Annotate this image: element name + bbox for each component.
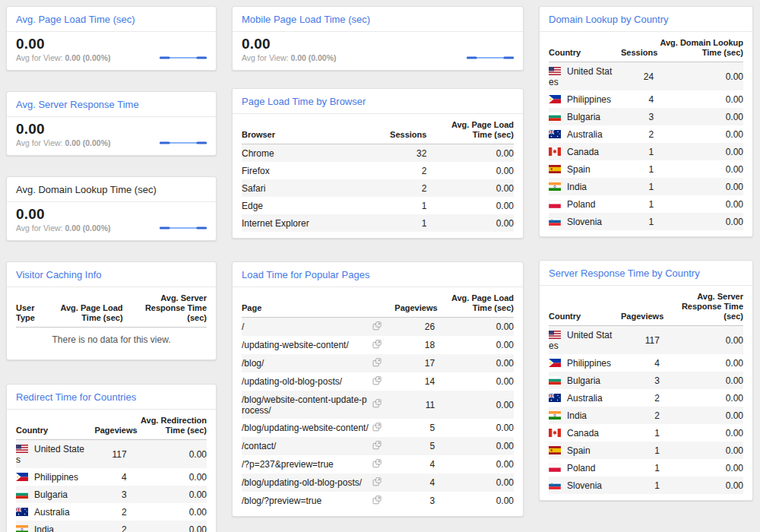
country-cell: India: [549, 407, 615, 424]
redirect-countries-table: CountryPageviewsAvg. Redirection Time (s…: [16, 411, 207, 532]
open-page-icon[interactable]: [372, 423, 382, 432]
table-header-row: PagePageviewsAvg. Page Load Time (sec): [242, 289, 514, 318]
open-page-icon[interactable]: [372, 399, 382, 408]
metric-comparison: Avg for View: 0.00 (0.00%): [16, 138, 111, 148]
page-cell: /blog/?preview=true: [242, 492, 369, 510]
external-link-cell: [369, 419, 388, 437]
country-cell: Canada: [549, 143, 615, 160]
count-cell: 1: [615, 178, 654, 195]
country-cell: Australia: [549, 389, 615, 407]
external-link-cell: [369, 473, 388, 492]
metric-cell: 0.00: [127, 486, 207, 503]
flag-ca-icon: [549, 147, 561, 156]
table-row: Australia20.00: [549, 389, 743, 407]
country-cell: Spain: [549, 160, 615, 178]
open-page-icon[interactable]: [372, 496, 382, 505]
flag-au-icon: [549, 130, 561, 138]
count-cell: 4: [615, 90, 654, 108]
metric-comparison: Avg for View: 0.00 (0.00%): [242, 53, 337, 63]
widget-title-link[interactable]: Server Response Time by Country: [540, 261, 752, 286]
table-header-row: User TypeAvg. Page Load Time (sec)Avg. S…: [16, 289, 207, 328]
country-cell: Australia: [549, 125, 615, 143]
widget-title-link[interactable]: Domain Lookup by Country: [540, 7, 752, 32]
widget-title-link[interactable]: Avg. Server Response Time: [7, 92, 216, 117]
scorecard-avg-page-load-time: Avg. Page Load Time (sec) 0.00 Avg for V…: [6, 6, 217, 71]
flag-es-icon: [549, 446, 561, 454]
table-row: Bulgaria30.00: [16, 486, 207, 503]
page-cell: /updating-website-content/: [242, 336, 369, 354]
table-row: United States1170.00: [549, 326, 743, 355]
page-cell: /blog/website-content-update-process/: [242, 391, 369, 419]
flag-au-icon: [16, 508, 28, 516]
country-cell: Philippines: [549, 90, 615, 108]
metric-cell: 0.00: [654, 143, 743, 160]
count-cell: 24: [615, 62, 654, 91]
flag-ca-icon: [549, 429, 561, 437]
metric-cell: 0.00: [435, 354, 514, 372]
count-cell: 1: [615, 477, 660, 494]
table-row: /blog/updating-website-content/50.00: [242, 419, 514, 437]
sparkline-chart-icon: [160, 55, 207, 61]
column-header: Country: [16, 411, 88, 440]
widget-title[interactable]: Avg. Domain Lookup Time (sec): [7, 177, 216, 202]
open-page-icon[interactable]: [372, 321, 382, 331]
table-row: Philippines40.00: [549, 354, 743, 372]
count-cell: 117: [88, 440, 126, 469]
column-header: Avg. Server Response Time (sec): [660, 287, 743, 326]
widget-title-link[interactable]: Load Time for Popular Pages: [233, 262, 523, 287]
widget-title-link[interactable]: Visitor Caching Info: [7, 262, 216, 287]
card-domain-lookup-by-country: Domain Lookup by Country CountrySessions…: [539, 6, 753, 237]
card-page-load-time-by-browser: Page Load Time by Browser BrowserSession…: [232, 88, 524, 239]
widget-title-link[interactable]: Avg. Page Load Time (sec): [7, 7, 216, 32]
count-cell: 2: [88, 503, 126, 521]
widget-title-link[interactable]: Redirect Time for Countries: [7, 385, 216, 410]
country-cell: Slovenia: [549, 213, 615, 230]
label-cell: Chrome: [242, 144, 364, 163]
column-header: Avg. Redirection Time (sec): [127, 411, 207, 440]
count-cell: 1: [615, 459, 660, 477]
column-header: Browser: [242, 116, 364, 144]
table-row: /updating-website-content/180.00: [242, 336, 514, 354]
open-page-icon[interactable]: [372, 340, 382, 349]
metric-comparison: Avg for View: 0.00 (0.00%): [16, 223, 111, 233]
count-cell: 1: [615, 195, 654, 213]
count-cell: 26: [388, 318, 435, 337]
page-cell: /?p=237&preview=true: [242, 455, 369, 473]
open-page-icon[interactable]: [372, 358, 382, 367]
metric-cell: 0.00: [660, 477, 743, 494]
external-link-cell: [369, 492, 388, 510]
widget-title-link[interactable]: Mobile Page Load Time (sec): [233, 7, 523, 32]
column-header: Country: [549, 287, 615, 326]
count-cell: 2: [615, 407, 660, 424]
metric-cell: 0.00: [660, 407, 743, 424]
metric-cell: 0.00: [654, 160, 743, 178]
metric-cell: 0.00: [660, 424, 743, 442]
count-cell: 4: [388, 473, 435, 492]
open-page-icon[interactable]: [372, 376, 382, 385]
metric-cell: 0.00: [654, 90, 743, 108]
count-cell: 2: [615, 125, 654, 143]
external-link-cell: [369, 455, 388, 473]
open-page-icon[interactable]: [372, 477, 382, 486]
country-cell: Slovenia: [549, 477, 615, 494]
table-row: Safari20.00: [242, 179, 514, 197]
count-cell: 2: [88, 521, 126, 532]
table-row: India20.00: [16, 521, 207, 532]
card-load-time-for-popular-pages: Load Time for Popular Pages PagePageview…: [232, 261, 524, 517]
open-page-icon[interactable]: [372, 441, 382, 450]
metric-cell: 0.00: [426, 197, 514, 214]
metric-value: 0.00: [16, 121, 111, 138]
flag-au-icon: [549, 394, 561, 402]
metric-cell: 0.00: [435, 318, 514, 337]
column-header: Avg. Page Load Time (sec): [426, 116, 514, 144]
table-row: Poland10.00: [549, 459, 743, 477]
metric-value: 0.00: [16, 206, 111, 223]
table-row: /?p=237&preview=true40.00: [242, 455, 514, 473]
metric-cell: 0.00: [654, 125, 743, 143]
analytics-dashboard: Avg. Page Load Time (sec) 0.00 Avg for V…: [0, 0, 760, 532]
table-row: Internet Explorer10.00: [242, 214, 514, 232]
metric-cell: 0.00: [660, 459, 743, 477]
scorecard-avg-domain-lookup-time: Avg. Domain Lookup Time (sec) 0.00 Avg f…: [6, 176, 217, 241]
open-page-icon[interactable]: [372, 459, 382, 468]
widget-title-link[interactable]: Page Load Time by Browser: [233, 89, 523, 114]
